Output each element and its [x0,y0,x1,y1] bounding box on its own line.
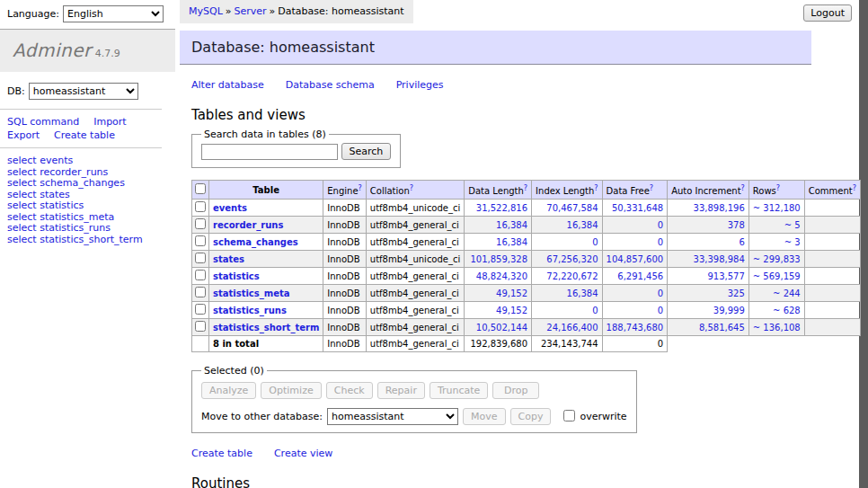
row-check-cell [192,302,209,319]
help-icon[interactable]: ? [741,184,745,192]
collation-cell: utf8mb4_unicode_ci [366,200,464,217]
help-icon[interactable]: ? [853,184,856,192]
data-free-cell: 188,743,680 [602,319,668,336]
create-links: Create tableCreate view [191,448,811,459]
selected-action-button[interactable]: Optimize [261,382,321,399]
adminer-version: 4.7.9 [95,48,120,59]
index-length-cell: 16,384 [532,285,602,302]
collation-cell: utf8mb4_general_ci [366,234,464,251]
page-title: Database: homeassistant [180,31,811,65]
selected-buttons: AnalyzeOptimizeCheckRepairTruncateDrop [201,382,627,399]
selected-action-button[interactable]: Drop [492,382,539,399]
row-checkbox[interactable] [195,201,206,212]
help-icon[interactable]: ? [524,184,527,192]
index-length-cell: 70,467,584 [532,200,602,217]
table-header-row: TableEngine?Collation?Data Length?Index … [192,181,861,200]
selected-action-button[interactable]: Check [326,382,373,399]
total-collation-cell: utf8mb4_general_ci [366,336,464,352]
sidebar-action-link[interactable]: SQL command [7,115,79,129]
auto-increment-cell: 325 [668,285,749,302]
row-checkbox[interactable] [195,321,206,332]
row-check-cell [192,268,209,285]
table-name-link[interactable]: recorder_runs [213,220,283,230]
help-icon[interactable]: ? [359,184,362,192]
move-database-select[interactable]: homeassistant [327,408,458,425]
language-select[interactable]: English [63,5,164,22]
collation-cell: utf8mb4_unicode_ci [366,251,464,268]
select-all-checkbox[interactable] [195,183,206,194]
auto-increment-cell: 913,577 [668,268,749,285]
data-length-cell: 31,522,816 [465,200,532,217]
table-name-cell: statistics_runs [209,302,323,319]
sidebar-table-select-link[interactable]: select statistics [7,200,168,212]
database-action-link[interactable]: Database schema [286,79,375,91]
table-name-link[interactable]: events [213,203,247,213]
selected-fieldset: Selected (0) AnalyzeOptimizeCheckRepairT… [191,365,637,433]
sidebar-action-link[interactable]: Import [93,115,127,129]
create-link[interactable]: Create view [274,448,332,459]
database-action-link[interactable]: Privileges [396,79,444,91]
table-name-link[interactable]: statistics [213,271,260,281]
move-copy-button[interactable]: Copy [510,408,552,425]
collation-cell: utf8mb4_general_ci [366,217,464,234]
help-icon[interactable]: ? [594,184,598,192]
row-checkbox[interactable] [195,218,206,229]
row-check-cell [192,251,209,268]
breadcrumb-server-link[interactable]: Server [235,5,267,17]
data-free-cell: 104,857,600 [602,251,668,268]
total-data-free-cell: 0 [602,336,668,352]
sidebar-action-link[interactable]: Create table [54,129,115,142]
table-row: eventsInnoDButf8mb4_unicode_ci31,522,816… [192,200,861,217]
search-button[interactable]: Search [341,143,392,160]
rows-cell: ~ 136,108 [748,319,804,336]
table-name-link[interactable]: schema_changes [213,237,298,247]
total-index-length-cell: 234,143,744 [532,336,602,352]
sidebar-table-select-link[interactable]: select statistics_runs [7,223,168,235]
table-name-link[interactable]: states [213,254,244,264]
engine-cell: InnoDB [323,268,367,285]
data-length-cell: 49,152 [465,302,532,319]
move-buttons: MoveCopy [463,411,555,422]
engine-cell: InnoDB [323,251,367,268]
row-checkbox[interactable] [195,304,206,315]
column-header-engine: Engine? [323,181,367,200]
sidebar-table-select-link[interactable]: select events [7,155,168,167]
move-copy-button[interactable]: Move [463,408,506,425]
row-checkbox[interactable] [195,287,206,297]
data-length-cell: 16,384 [465,234,532,251]
sidebar-actions: SQL commandImportExportCreate table [0,109,162,148]
search-input[interactable] [201,144,338,160]
data-free-cell: 0 [602,217,668,234]
row-checkbox[interactable] [195,270,206,280]
selected-action-button[interactable]: Truncate [430,382,488,399]
sidebar-table-select-link[interactable]: select statistics_short_term [7,235,168,246]
help-icon[interactable]: ? [410,184,413,192]
sidebar-action-link[interactable]: Export [7,129,40,142]
row-checkbox[interactable] [195,235,206,246]
select-all-cell [192,181,209,200]
collation-cell: utf8mb4_general_ci [366,319,464,336]
column-header-auto-increment: Auto Increment? [668,181,749,200]
overwrite-checkbox[interactable] [563,410,575,421]
row-checkbox[interactable] [195,253,206,263]
index-length-cell: 0 [532,302,602,319]
db-select[interactable]: homeassistant [29,83,138,100]
create-link[interactable]: Create table [191,448,252,459]
sidebar-table-select-link[interactable]: select schema_changes [7,178,168,190]
breadcrumb-mysql-link[interactable]: MySQL [189,5,223,17]
move-row: Move to other database:homeassistantMove… [201,407,627,425]
table-name-link[interactable]: statistics_meta [213,288,289,298]
tables-list: TableEngine?Collation?Data Length?Index … [191,180,861,352]
help-icon[interactable]: ? [776,184,780,192]
database-action-link[interactable]: Alter database [191,79,264,91]
table-name-link[interactable]: statistics_runs [213,306,287,315]
table-name-link[interactable]: statistics_short_term [213,323,319,333]
help-icon[interactable]: ? [650,184,653,192]
table-row: statisticsInnoDButf8mb4_general_ci48,824… [192,268,861,285]
rows-cell: ~ 5 [748,217,804,234]
rows-cell: ~ 312,180 [748,200,804,217]
selected-action-button[interactable]: Analyze [201,382,256,399]
selected-action-button[interactable]: Repair [377,382,425,399]
logout-button[interactable]: Logout [803,4,852,22]
auto-increment-cell: 39,999 [668,302,749,319]
